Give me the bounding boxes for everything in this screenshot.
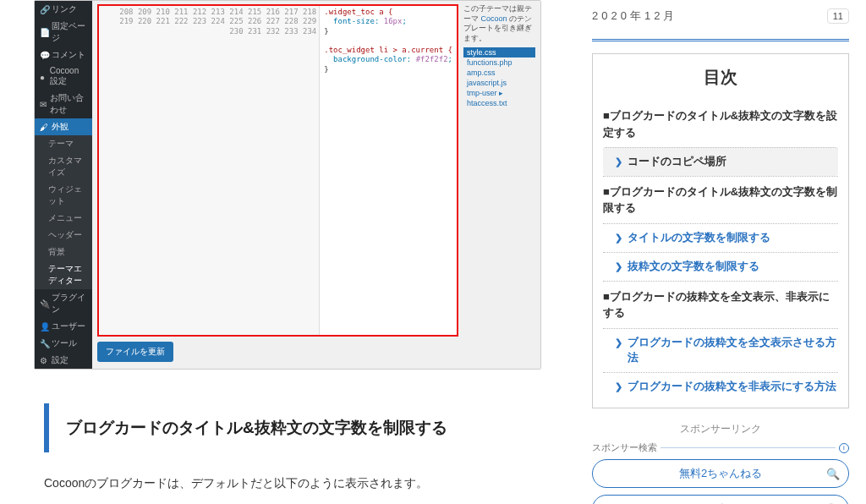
archive-date: 2020年12月 — [592, 8, 677, 24]
wp-menu-item[interactable]: 🔧ツール — [35, 335, 92, 352]
update-file-button[interactable]: ファイルを更新 — [97, 342, 173, 362]
theme-files-panel: この子テーマは親テーマ Cocoon のテンプレートを引き継ぎます。 style… — [463, 4, 535, 337]
wp-menu-subitem[interactable]: テーマ — [35, 135, 92, 152]
wp-menu-item[interactable]: 🔌プラグイン — [35, 289, 92, 318]
toc-subitem[interactable]: ❯ブログカードの抜粋文を非表示にする方法 — [603, 372, 838, 401]
wp-menu-subitem[interactable]: メニュー — [35, 210, 92, 227]
toc-section[interactable]: ■ブログカードのタイトル&抜粋文の文字数を設定する — [603, 101, 838, 147]
toc-subitem[interactable]: ❯ブログカードの抜粋文を全文表示させる方法 — [603, 328, 838, 373]
sponsor-search-row: スポンサー検索 i — [592, 441, 849, 454]
toc-subitem[interactable]: ❯タイトルの文字数を制限する — [603, 223, 838, 252]
code-content[interactable]: .widget_toc a { font-size: 16px; } .toc_… — [320, 6, 457, 335]
right-sidebar: 2020年12月 11 目次 ■ブログカードのタイトル&抜粋文の文字数を設定する… — [575, 0, 866, 504]
divider — [592, 39, 849, 41]
child-theme-note: この子テーマは親テーマ Cocoon のテンプレートを引き継ぎます。 — [463, 4, 535, 44]
toc-section[interactable]: ■ブログカードのタイトル&抜粋文の文字数を制限する — [603, 176, 838, 223]
sponsor-link[interactable]: メンタルを強くするには🔍 — [592, 495, 849, 504]
toc-subitem[interactable]: ❯コードのコピペ場所 — [603, 147, 838, 176]
wordpress-admin: 🔗リンク📄固定ページ💬コメント●Cocoon 設定✉お問い合わせ🖌外観テーマカス… — [34, 0, 541, 370]
theme-file-item[interactable]: htaccess.txt — [463, 98, 535, 108]
search-icon: 🔍 — [826, 468, 840, 480]
wp-menu-item[interactable]: ●Cocoon 設定 — [35, 63, 92, 90]
code-editor[interactable]: 208 209 210 211 212 213 214 215 216 217 … — [97, 4, 458, 337]
wp-menu-item[interactable]: 🔗リンク — [35, 1, 92, 18]
wp-theme-editor: 208 209 210 211 212 213 214 215 216 217 … — [92, 1, 540, 369]
theme-file-item[interactable]: amp.css — [463, 68, 535, 78]
sponsor-label: スポンサーリンク — [592, 422, 849, 436]
chevron-right-icon: ❯ — [615, 381, 622, 394]
wp-admin-menu: 🔗リンク📄固定ページ💬コメント●Cocoon 設定✉お問い合わせ🖌外観テーマカス… — [35, 1, 92, 369]
chevron-right-icon: ❯ — [615, 232, 622, 245]
theme-file-item[interactable]: javascript.js — [463, 78, 535, 88]
info-icon[interactable]: i — [839, 443, 849, 453]
table-of-contents: 目次 ■ブログカードのタイトル&抜粋文の文字数を設定する❯コードのコピペ場所■ブ… — [592, 53, 849, 408]
toc-subitem[interactable]: ❯抜粋文の文字数を制限する — [603, 252, 838, 281]
paragraph: Cocoonのブログカードは、デフォルトだと以下のように表示されます。 — [44, 476, 541, 491]
toc-section[interactable]: ■ブログカードの抜粋文を全文表示、非表示にする — [603, 281, 838, 328]
theme-file-item[interactable]: style.css — [463, 47, 535, 58]
line-gutter: 208 209 210 211 212 213 214 215 216 217 … — [99, 6, 320, 335]
wp-menu-item[interactable]: 📄固定ページ — [35, 18, 92, 47]
chevron-right-icon: ❯ — [615, 337, 622, 350]
article-body: ブログカードのタイトル&抜粋文の文字数を制限する Cocoonのブログカードは、… — [0, 403, 575, 504]
wp-menu-subitem[interactable]: テーマエディター — [35, 260, 92, 289]
wp-menu-subitem[interactable]: カスタマイズ — [35, 152, 92, 181]
wp-menu-item[interactable]: ✉お問い合わせ — [35, 90, 92, 118]
theme-file-item[interactable]: functions.php — [463, 58, 535, 68]
toc-title: 目次 — [603, 66, 838, 89]
chevron-right-icon: ❯ — [615, 156, 622, 169]
section-heading: ブログカードのタイトル&抜粋文の文字数を制限する — [44, 403, 541, 452]
wp-menu-item-appearance[interactable]: 🖌外観 — [35, 118, 92, 135]
chevron-right-icon: ❯ — [615, 260, 622, 274]
wp-menu-subitem[interactable]: 背景 — [35, 244, 92, 260]
theme-file-item[interactable]: tmp-user ▸ — [463, 88, 535, 98]
wp-menu-item[interactable]: 💬コメント — [35, 47, 92, 63]
wp-menu-subitem[interactable]: ウィジェット — [35, 181, 92, 210]
archive-day[interactable]: 11 — [827, 8, 849, 24]
wp-menu-subitem[interactable]: ヘッダー — [35, 227, 92, 244]
sponsor-link[interactable]: 無料2ちゃんねる🔍 — [592, 459, 849, 488]
wp-menu-item[interactable]: 👤ユーザー — [35, 318, 92, 335]
wp-menu-item[interactable]: ⚙設定 — [35, 352, 92, 369]
parent-theme-link[interactable]: Cocoon — [481, 14, 507, 23]
